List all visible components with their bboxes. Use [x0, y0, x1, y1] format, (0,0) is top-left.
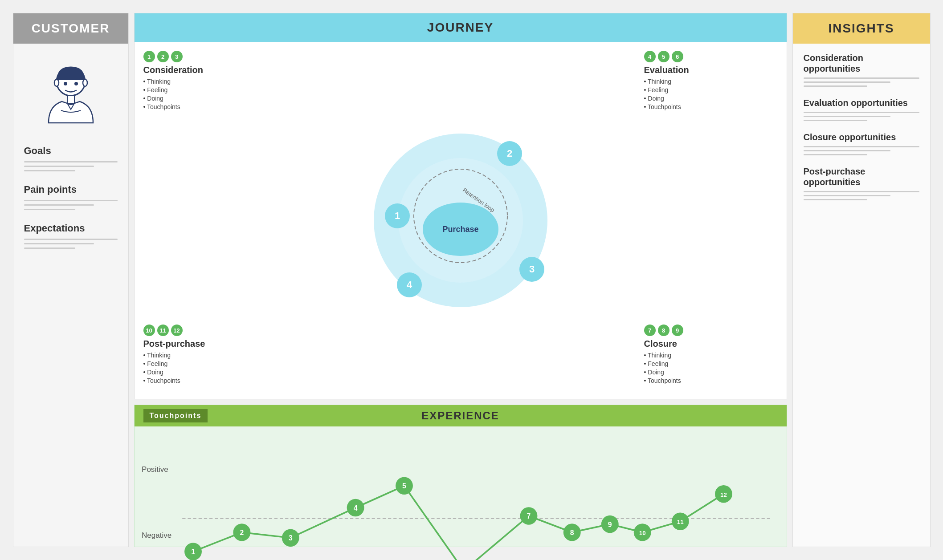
list-item: Touchpoints — [644, 377, 778, 384]
num-11: 11 — [157, 325, 169, 336]
svg-text:3: 3 — [529, 264, 534, 275]
svg-text:8: 8 — [570, 529, 574, 536]
insights-header: INSIGHTS — [793, 13, 930, 44]
closure-phase: 7 8 9 Closure Thinking Feeling Doing Tou… — [644, 325, 778, 386]
line — [804, 195, 890, 196]
line — [804, 116, 890, 117]
line — [804, 120, 867, 121]
evaluation-numbers: 4 5 6 — [644, 51, 778, 62]
svg-text:10: 10 — [639, 530, 645, 536]
left-content: Goals Pain points Expectations — [13, 44, 128, 547]
journey-left-phases: 1 2 3 Consideration Thinking Feeling Doi… — [143, 51, 277, 390]
list-item: Thinking — [143, 78, 277, 85]
closure-list: Thinking Feeling Doing Touchpoints — [644, 352, 778, 384]
num-6: 6 — [672, 51, 683, 62]
svg-text:11: 11 — [677, 519, 683, 525]
right-panel: INSIGHTS Consideration opportunities Eva… — [792, 13, 931, 547]
list-item: Touchpoints — [143, 377, 277, 384]
list-item: Touchpoints — [143, 103, 277, 110]
pain-points-label: Pain points — [24, 184, 118, 195]
svg-text:Purchase: Purchase — [442, 225, 478, 234]
line — [24, 166, 94, 167]
num-2: 2 — [157, 51, 169, 62]
circle-svg: 1 2 3 4 Purchase — [367, 127, 554, 314]
evaluation-list: Thinking Feeling Doing Touchpoints — [644, 78, 778, 110]
evaluation-insight: Evaluation opportunities — [804, 97, 919, 121]
pain-points-section: Pain points — [24, 176, 118, 215]
line — [24, 243, 94, 244]
list-item: Doing — [644, 95, 778, 102]
svg-text:1: 1 — [191, 548, 195, 556]
post-purchase-insight: Post-purchase opportunities — [804, 166, 919, 200]
svg-text:2: 2 — [506, 148, 512, 159]
consideration-insight-title: Consideration opportunities — [804, 53, 919, 74]
post-purchase-insight-title: Post-purchase opportunities — [804, 166, 919, 187]
num-8: 8 — [658, 325, 669, 336]
post-purchase-list: Thinking Feeling Doing Touchpoints — [143, 352, 277, 384]
svg-text:2: 2 — [240, 529, 244, 536]
num-9: 9 — [672, 325, 683, 336]
expectations-section: Expectations — [24, 215, 118, 253]
consideration-numbers: 1 2 3 — [143, 51, 277, 62]
svg-text:7: 7 — [527, 512, 531, 520]
svg-text:1: 1 — [394, 210, 400, 221]
line — [24, 239, 118, 240]
list-item: Doing — [143, 369, 277, 376]
negative-label: Negative — [142, 531, 171, 540]
svg-text:4: 4 — [406, 279, 412, 290]
post-purchase-phase: 10 11 12 Post-purchase Thinking Feeling … — [143, 325, 277, 386]
line — [24, 204, 94, 206]
journey-circle: 1 2 3 4 Purchase — [277, 127, 644, 314]
goals-section: Goals — [24, 137, 118, 176]
line — [24, 209, 76, 210]
svg-point-4 — [74, 82, 78, 85]
middle-panel: JOURNEY 1 2 3 Consideration Thinking — [134, 13, 787, 547]
closure-insight-lines — [804, 146, 919, 155]
svg-text:3: 3 — [288, 534, 292, 542]
evaluation-insight-lines — [804, 112, 919, 121]
num-1: 1 — [143, 51, 155, 62]
avatar-container — [24, 53, 118, 137]
journey-right-phases: 4 5 6 Evaluation Thinking Feeling Doing … — [644, 51, 778, 390]
num-7: 7 — [644, 325, 656, 336]
experience-section: Touchpoints EXPERIENCE Positive Negative… — [134, 405, 787, 547]
line — [804, 146, 919, 147]
positive-label: Positive — [142, 465, 168, 474]
list-item: Doing — [644, 369, 778, 376]
svg-text:5: 5 — [402, 482, 406, 490]
post-purchase-numbers: 10 11 12 — [143, 325, 277, 336]
journey-header: JOURNEY — [135, 13, 787, 42]
customer-avatar — [40, 61, 102, 124]
right-content: Consideration opportunities Evaluation o… — [793, 44, 930, 547]
num-4: 4 — [644, 51, 656, 62]
line — [804, 150, 890, 151]
list-item: Touchpoints — [644, 103, 778, 110]
line — [804, 112, 919, 113]
expectations-label: Expectations — [24, 223, 118, 234]
post-purchase-title: Post-purchase — [143, 339, 277, 349]
consideration-insight-lines — [804, 77, 919, 87]
goals-label: Goals — [24, 145, 118, 157]
line — [804, 81, 890, 83]
svg-rect-5 — [67, 95, 74, 103]
goals-lines — [24, 161, 118, 171]
consideration-list: Thinking Feeling Doing Touchpoints — [143, 78, 277, 110]
svg-point-3 — [64, 82, 67, 85]
list-item: Feeling — [644, 86, 778, 93]
consideration-title: Consideration — [143, 65, 277, 75]
experience-svg: Positive Negative 1 2 3 4 — [139, 431, 778, 560]
consideration-phase: 1 2 3 Consideration Thinking Feeling Doi… — [143, 51, 277, 112]
expectations-lines — [24, 239, 118, 249]
consideration-insight: Consideration opportunities — [804, 53, 919, 87]
line — [804, 85, 867, 87]
line — [24, 161, 118, 162]
svg-point-2 — [83, 79, 87, 86]
svg-point-1 — [54, 79, 59, 86]
customer-header: CUSTOMER — [13, 13, 128, 44]
line — [24, 248, 76, 249]
closure-numbers: 7 8 9 — [644, 325, 778, 336]
num-5: 5 — [658, 51, 669, 62]
list-item: Thinking — [644, 352, 778, 359]
evaluation-phase: 4 5 6 Evaluation Thinking Feeling Doing … — [644, 51, 778, 112]
list-item: Doing — [143, 95, 277, 102]
